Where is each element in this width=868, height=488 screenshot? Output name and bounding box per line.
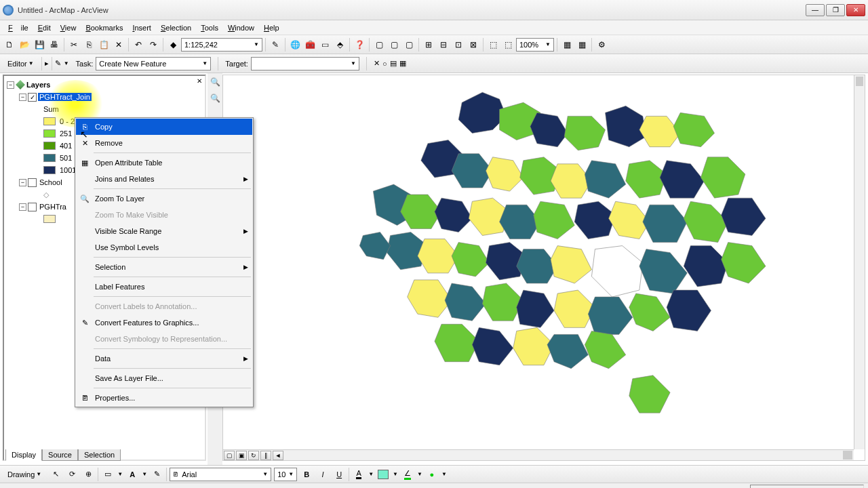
fill-color-icon[interactable] [376,468,390,481]
layer-school[interactable]: School [38,178,64,186]
minimize-button[interactable]: — [806,4,825,16]
editor-menu[interactable]: Editor ▼ [3,58,39,70]
editor-toolbar-icon[interactable]: ✎ [269,38,282,52]
toc-tab-selection[interactable]: Selection [78,449,121,461]
whats-this-icon[interactable]: ❓ [353,38,366,52]
ctx-convert-features[interactable]: ✎Convert Features to Graphics... [76,314,252,331]
menu-window[interactable]: Window [224,22,258,33]
tb-icon-1[interactable]: ▢ [372,38,386,52]
marker-color-icon[interactable]: ● [425,468,439,481]
expander-icon[interactable]: − [19,179,26,186]
cut-icon[interactable]: ✂ [67,38,81,52]
zoom-out-icon[interactable]: 🔍 [209,92,221,104]
edit-vertices-icon[interactable]: ✎ [150,468,163,481]
editor-icon-4[interactable]: ▦ [399,59,406,68]
ctx-open-attribute-table[interactable]: ▦Open Attribute Table [76,155,252,171]
task-input[interactable]: Create New Feature▼ [96,57,211,70]
font-color-icon[interactable]: A [352,468,366,481]
expander-icon[interactable]: − [19,203,26,211]
tb-icon-2[interactable]: ▢ [387,38,401,52]
command-line-icon[interactable]: ▭ [318,38,332,52]
layer-pghtra[interactable]: PGHTra [38,203,68,211]
text-icon[interactable]: A [125,468,139,481]
ctx-zoom-to-layer[interactable]: 🔍Zoom To Layer [76,190,252,207]
tb-icon-10[interactable]: ▦ [560,38,574,52]
ctx-copy[interactable]: ⎘Copy [76,119,252,135]
menu-insert[interactable]: Insert [128,22,155,33]
model-icon[interactable]: ⬘ [333,38,347,52]
toc-root[interactable]: Layers [26,81,50,89]
ctx-save-as-layer-file[interactable]: Save As Layer File... [76,370,252,386]
expander-icon[interactable]: − [19,94,26,101]
drawing-menu[interactable]: Drawing ▼ [3,468,46,481]
redo-icon[interactable]: ↷ [146,38,160,52]
layer-checkbox[interactable] [28,203,37,211]
scroll-left-icon[interactable]: ◄ [273,451,283,460]
add-data-icon[interactable]: ◆ [166,38,180,52]
save-icon[interactable]: 💾 [33,38,46,52]
refresh-icon[interactable]: ↻ [248,451,259,460]
zoom-elements-icon[interactable]: ⊕ [81,468,95,481]
edit-tool-icon[interactable]: ▸ [45,59,49,68]
arccatalog-icon[interactable]: 🌐 [288,38,302,52]
tb-icon-9[interactable]: ⬚ [501,38,515,52]
maximize-button[interactable]: ❐ [826,4,845,16]
pause-icon[interactable]: ‖ [260,451,271,460]
ctx-visible-scale-range[interactable]: Visible Scale Range▶ [76,223,252,239]
ctx-label-features[interactable]: Label Features [76,279,252,295]
font-select[interactable]: 🖹Arial▼ [170,468,271,481]
editor-icon-3[interactable]: ▤ [390,59,397,68]
rectangle-icon[interactable]: ▭ [101,468,115,481]
ctx-selection[interactable]: Selection▶ [76,259,252,275]
tb-icon-11[interactable]: ▦ [575,38,589,52]
map-view[interactable]: ▢ ▣ ↻ ‖ ◄ [222,75,865,461]
expander-icon[interactable]: − [7,81,14,89]
toolbox-icon[interactable]: 🧰 [303,38,317,52]
layout-view-icon[interactable]: ▣ [236,451,247,460]
tb-icon-8[interactable]: ⬚ [486,38,500,52]
vertical-scrollbar[interactable] [854,75,865,449]
italic-icon[interactable]: I [316,468,330,481]
print-icon[interactable]: 🖶 [47,38,61,52]
ctx-properties[interactable]: 🖹Properties... [76,390,252,406]
font-size-select[interactable]: 10▼ [274,468,297,481]
editor-icon-2[interactable]: ○ [382,60,387,68]
line-color-icon[interactable]: ∠ [401,468,414,481]
ctx-joins-relates[interactable]: Joins and Relates▶ [76,171,252,187]
open-icon[interactable]: 📂 [18,38,31,52]
ctx-remove[interactable]: ✕Remove [76,135,252,151]
undo-icon[interactable]: ↶ [132,38,145,52]
toc-close-icon[interactable]: ✕ [195,77,203,85]
target-input[interactable]: ▼ [251,57,359,70]
tb-icon-4[interactable]: ⊞ [422,38,435,52]
horizontal-scrollbar[interactable]: ▢ ▣ ↻ ‖ ◄ [223,449,854,460]
editor-icon-1[interactable]: ✕ [374,59,380,68]
bold-icon[interactable]: B [300,468,313,481]
sketch-tool-icon[interactable]: ✎ [55,59,61,68]
layer-checkbox[interactable] [28,178,37,187]
data-view-icon[interactable]: ▢ [224,451,235,460]
menu-file[interactable]: File [4,22,33,33]
menu-selection[interactable]: Selection [157,22,195,33]
close-button[interactable]: ✕ [846,4,865,16]
ctx-use-symbol-levels[interactable]: Use Symbol Levels [76,239,252,256]
menu-view[interactable]: View [56,22,81,33]
new-icon[interactable]: 🗋 [3,38,16,52]
underline-icon[interactable]: U [332,468,346,481]
tb-icon-12[interactable]: ⚙ [595,38,608,52]
toc-tab-display[interactable]: Display [5,449,42,461]
menu-help[interactable]: Help [260,22,283,33]
ctx-data[interactable]: Data▶ [76,350,252,367]
tb-icon-7[interactable]: ⊠ [467,38,480,52]
menu-bookmarks[interactable]: Bookmarks [81,22,127,33]
copy-icon[interactable]: ⎘ [82,38,96,52]
delete-icon[interactable]: ✕ [112,38,125,52]
layer-checkbox[interactable] [28,93,37,102]
select-elements-icon[interactable]: ↖ [49,468,62,481]
tb-icon-5[interactable]: ⊟ [437,38,450,52]
paste-icon[interactable]: 📋 [97,38,111,52]
menu-tools[interactable]: Tools [197,22,222,33]
layer-pghtract-join[interactable]: PGHTract_Join [38,93,92,101]
zoom-input[interactable]: 100%▼ [516,38,554,52]
menu-edit[interactable]: Edit [34,22,55,33]
